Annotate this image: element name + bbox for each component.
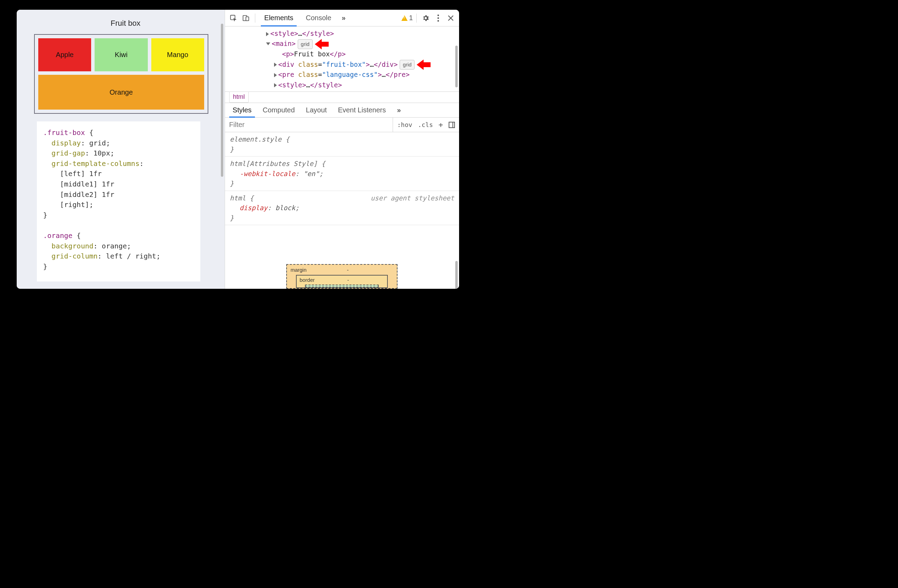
- boxmodel-border-label: border: [300, 276, 314, 284]
- styles-filter-tools: :hov .cls +: [393, 118, 459, 132]
- page-title: Fruit box: [34, 19, 217, 28]
- tab-console[interactable]: Console: [300, 10, 337, 26]
- svg-point-4: [438, 17, 439, 19]
- devtools-window: Fruit box Apple Kiwi Mango Orange .fruit…: [17, 10, 459, 289]
- dom-breadcrumb[interactable]: html: [225, 91, 459, 103]
- tab-layout[interactable]: Layout: [301, 103, 332, 117]
- boxmodel-border-value: -: [315, 276, 381, 284]
- warnings-badge[interactable]: 1: [401, 14, 413, 22]
- styles-filter-row: :hov .cls +: [225, 118, 459, 132]
- svg-point-3: [438, 14, 439, 16]
- tab-computed[interactable]: Computed: [258, 103, 300, 117]
- dom-node-style[interactable]: <style>…</style>: [226, 29, 458, 38]
- tab-event-listeners[interactable]: Event Listeners: [333, 103, 391, 117]
- boxmodel-margin-value: -: [306, 266, 389, 274]
- new-rule-button[interactable]: +: [438, 120, 443, 129]
- dom-node-div-fruitbox[interactable]: <div class="fruit-box">…</div>grid: [226, 60, 458, 70]
- kebab-menu-icon[interactable]: [433, 12, 444, 24]
- styles-tabbar: Styles Computed Layout Event Listeners »: [225, 103, 459, 118]
- toolbar-separator: [416, 14, 417, 23]
- settings-gear-icon[interactable]: [420, 12, 431, 24]
- svg-rect-2: [246, 17, 249, 20]
- box-model-diagram[interactable]: margin-m border-b: [286, 264, 398, 289]
- dom-node-main[interactable]: <main>grid: [226, 38, 458, 49]
- rule-html-attributes[interactable]: html[Attributes Style] { -webkit-locale:…: [225, 157, 459, 191]
- annotation-arrow-icon: [417, 61, 431, 69]
- toolbar-separator: [255, 14, 255, 23]
- left-scrollbar[interactable]: [221, 24, 223, 177]
- devtools-pane: Elements Console » 1: [224, 10, 459, 289]
- grid-badge[interactable]: grid: [298, 39, 313, 49]
- warning-count: 1: [409, 14, 413, 22]
- css-code-block: .fruit-box { display: grid; grid-gap: 10…: [37, 122, 200, 282]
- panel-layout-toggle-icon[interactable]: [449, 122, 455, 128]
- close-devtools-icon[interactable]: [445, 12, 456, 24]
- hov-toggle[interactable]: :hov: [397, 121, 412, 128]
- cls-toggle[interactable]: .cls: [418, 121, 433, 128]
- breadcrumb-item-html[interactable]: html: [229, 91, 249, 103]
- device-toolbar-icon[interactable]: [240, 12, 251, 24]
- inspect-element-icon[interactable]: [228, 12, 239, 24]
- dom-tree[interactable]: <style>…</style> <main>grid <p>Fruit box…: [225, 26, 459, 91]
- tab-elements[interactable]: Elements: [259, 10, 299, 26]
- tabs-overflow-icon[interactable]: »: [338, 14, 350, 22]
- svg-point-5: [438, 20, 439, 22]
- grid-badge[interactable]: grid: [400, 60, 415, 69]
- styles-filter-input[interactable]: [225, 118, 393, 132]
- dom-node-p[interactable]: <p>Fruit box</p>: [226, 49, 458, 59]
- fruit-orange: Orange: [38, 75, 204, 109]
- fruit-apple: Apple: [38, 38, 91, 71]
- devtools-tabbar: Elements Console » 1: [225, 10, 459, 26]
- annotation-arrow-icon: [315, 40, 329, 48]
- fruit-kiwi: Kiwi: [95, 38, 148, 71]
- rule-html-useragent[interactable]: html {user agent stylesheet display: blo…: [225, 191, 459, 225]
- styles-tabs-overflow-icon[interactable]: »: [392, 103, 407, 117]
- fruit-box-grid: Apple Kiwi Mango Orange: [34, 34, 208, 114]
- style-rules-pane[interactable]: element.style { } html[Attributes Style]…: [225, 132, 459, 289]
- fruit-mango: Mango: [151, 38, 204, 71]
- dom-node-style[interactable]: <style>…</style>: [226, 80, 458, 90]
- dom-node-pre[interactable]: <pre class="language-css">…</pre>: [226, 69, 458, 80]
- dom-scrollbar[interactable]: [455, 46, 458, 87]
- warning-icon: [401, 15, 407, 21]
- boxmodel-margin-label: margin: [291, 266, 306, 274]
- tab-styles[interactable]: Styles: [228, 103, 256, 117]
- rendered-page-pane: Fruit box Apple Kiwi Mango Orange .fruit…: [17, 10, 224, 289]
- styles-scrollbar[interactable]: [455, 261, 458, 289]
- rule-element-style[interactable]: element.style { }: [225, 132, 459, 157]
